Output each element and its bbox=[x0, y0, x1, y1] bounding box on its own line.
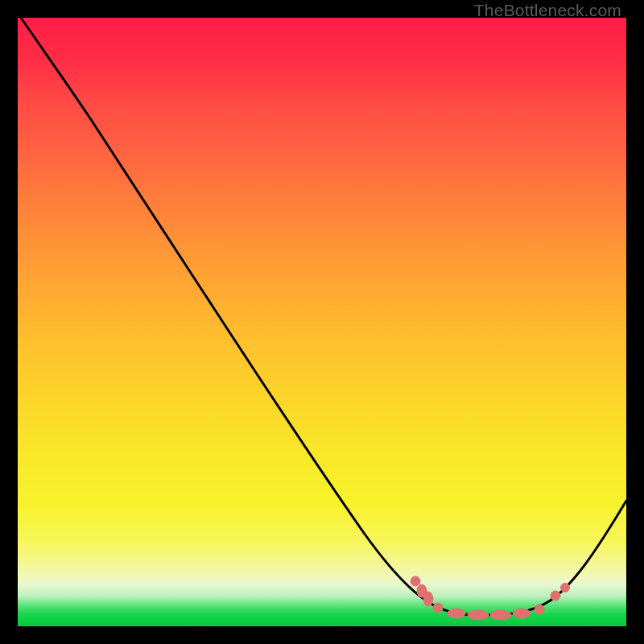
chart-frame: TheBottleneck.com bbox=[0, 0, 644, 644]
svg-point-4 bbox=[448, 609, 465, 618]
svg-point-2 bbox=[423, 592, 433, 606]
chart-svg bbox=[18, 18, 626, 626]
plot-area bbox=[18, 18, 626, 626]
svg-point-8 bbox=[535, 605, 544, 614]
svg-point-0 bbox=[411, 576, 420, 586]
svg-point-7 bbox=[513, 609, 530, 618]
svg-point-5 bbox=[468, 610, 489, 620]
svg-point-10 bbox=[561, 584, 570, 592]
svg-point-9 bbox=[551, 591, 560, 601]
svg-point-3 bbox=[433, 603, 443, 613]
data-points bbox=[411, 576, 570, 620]
bottleneck-curve bbox=[21, 18, 626, 615]
svg-point-6 bbox=[490, 610, 511, 620]
